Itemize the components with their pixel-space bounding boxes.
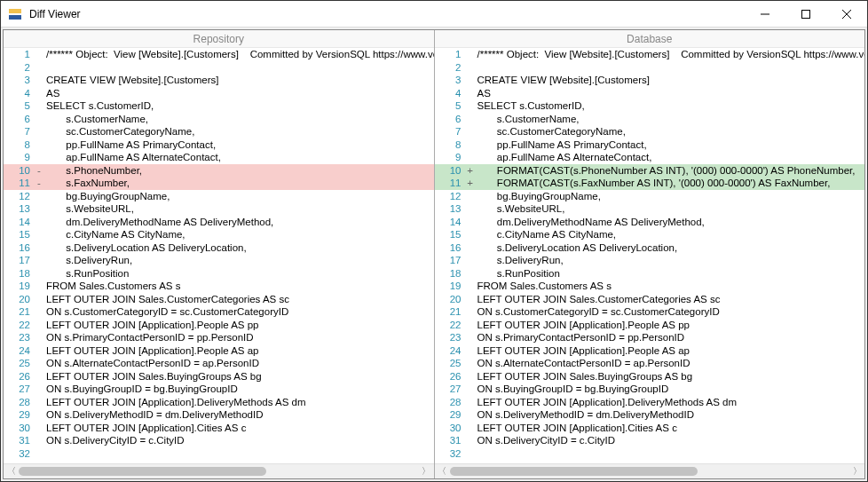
line-text: ON s.CustomerCategoryID = sc.CustomerCat… <box>44 305 434 319</box>
code-line[interactable]: 24LEFT OUTER JOIN [Application].People A… <box>435 344 865 358</box>
code-line[interactable]: 12 bg.BuyingGroupName, <box>435 190 865 203</box>
code-line[interactable]: 23ON s.PrimaryContactPersonID = pp.Perso… <box>4 331 434 344</box>
code-line[interactable]: 10- s.PhoneNumber, <box>4 164 434 178</box>
code-line[interactable]: 4AS <box>4 87 434 100</box>
code-line[interactable]: 10+ FORMAT(CAST(s.PhoneNumber AS INT), '… <box>435 164 865 178</box>
code-line[interactable]: 15 c.CityName AS CityName, <box>435 228 865 241</box>
code-line[interactable]: 11- s.FaxNumber, <box>4 177 434 190</box>
line-text: LEFT OUTER JOIN Sales.CustomerCategories… <box>44 293 434 306</box>
scroll-right-icon[interactable]: 〉 <box>419 464 434 479</box>
code-line[interactable]: 3CREATE VIEW [Website].[Customers] <box>435 74 865 87</box>
code-line[interactable]: 25ON s.AlternateContactPersonID = ap.Per… <box>435 357 865 370</box>
scroll-track[interactable] <box>19 464 419 479</box>
code-line[interactable]: 2 <box>4 61 434 75</box>
left-horizontal-scrollbar[interactable]: 〈 〉 <box>4 463 434 478</box>
diff-marker: - <box>34 164 44 178</box>
code-line[interactable]: 15 c.CityName AS CityName, <box>4 228 434 241</box>
code-line[interactable]: 3CREATE VIEW [Website].[Customers] <box>4 74 434 87</box>
code-line[interactable]: 31ON s.DeliveryCityID = c.CityID <box>435 434 865 447</box>
line-number: 16 <box>435 241 465 255</box>
code-line[interactable]: 23ON s.PrimaryContactPersonID = pp.Perso… <box>435 331 865 344</box>
code-line[interactable]: 27ON s.BuyingGroupID = bg.BuyingGroupID <box>4 383 434 396</box>
code-line[interactable]: 7 sc.CustomerCategoryName, <box>435 125 865 138</box>
code-line[interactable]: 6 s.CustomerName, <box>4 113 434 126</box>
code-line[interactable]: 2 <box>435 61 865 75</box>
scroll-thumb[interactable] <box>450 467 698 476</box>
code-line[interactable]: 4AS <box>435 87 865 100</box>
code-line[interactable]: 28LEFT OUTER JOIN [Application].Delivery… <box>435 396 865 409</box>
code-line[interactable]: 18 s.RunPosition <box>435 267 865 281</box>
code-line[interactable]: 24LEFT OUTER JOIN [Application].People A… <box>4 344 434 358</box>
code-line[interactable]: 29ON s.DeliveryMethodID = dm.DeliveryMet… <box>435 408 865 422</box>
code-line[interactable]: 21ON s.CustomerCategoryID = sc.CustomerC… <box>435 305 865 319</box>
scroll-right-icon[interactable]: 〉 <box>849 464 864 479</box>
scroll-left-icon[interactable]: 〈 <box>4 464 19 479</box>
maximize-button[interactable] <box>785 1 826 28</box>
code-line[interactable]: 8 pp.FullName AS PrimaryContact, <box>4 138 434 152</box>
code-line[interactable]: 6 s.CustomerName, <box>435 113 865 126</box>
code-line[interactable]: 5SELECT s.CustomerID, <box>4 99 434 113</box>
code-line[interactable]: 13 s.WebsiteURL, <box>4 202 434 216</box>
code-line[interactable]: 9 ap.FullName AS AlternateContact, <box>4 151 434 164</box>
line-number: 21 <box>435 305 465 319</box>
code-line[interactable]: 27ON s.BuyingGroupID = bg.BuyingGroupID <box>435 383 865 396</box>
code-line[interactable]: 17 s.DeliveryRun, <box>435 254 865 267</box>
code-line[interactable]: 1/****** Object: View [Website].[Custome… <box>4 48 434 61</box>
code-line[interactable]: 14 dm.DeliveryMethodName AS DeliveryMeth… <box>435 216 865 229</box>
code-line[interactable]: 1/****** Object: View [Website].[Custome… <box>435 48 865 61</box>
line-text: bg.BuyingGroupName, <box>44 190 434 203</box>
diff-marker <box>34 190 44 203</box>
code-line[interactable]: 14 dm.DeliveryMethodName AS DeliveryMeth… <box>4 216 434 229</box>
code-line[interactable]: 21ON s.CustomerCategoryID = sc.CustomerC… <box>4 305 434 319</box>
code-line[interactable]: 12 bg.BuyingGroupName, <box>4 190 434 203</box>
scroll-thumb[interactable] <box>19 467 266 476</box>
diff-marker <box>34 61 44 75</box>
close-button[interactable] <box>826 1 867 28</box>
code-line[interactable]: 7 sc.CustomerCategoryName, <box>4 125 434 138</box>
left-code-area[interactable]: 1/****** Object: View [Website].[Custome… <box>4 48 434 463</box>
line-text: s.FaxNumber, <box>44 177 434 190</box>
code-line[interactable]: 29ON s.DeliveryMethodID = dm.DeliveryMet… <box>4 408 434 422</box>
right-code-area[interactable]: 1/****** Object: View [Website].[Custome… <box>435 48 865 463</box>
code-line[interactable]: 19FROM Sales.Customers AS s <box>4 280 434 293</box>
code-line[interactable]: 18 s.RunPosition <box>4 267 434 281</box>
scroll-track[interactable] <box>450 464 850 479</box>
code-line[interactable]: 32 <box>435 447 865 461</box>
code-line[interactable]: 30LEFT OUTER JOIN [Application].Cities A… <box>435 422 865 435</box>
code-line[interactable]: 22LEFT OUTER JOIN [Application].People A… <box>435 319 865 332</box>
code-line[interactable]: 9 ap.FullName AS AlternateContact, <box>435 151 865 164</box>
code-line[interactable]: 26LEFT OUTER JOIN Sales.BuyingGroups AS … <box>435 370 865 383</box>
code-line[interactable]: 19FROM Sales.Customers AS s <box>435 280 865 293</box>
scroll-left-icon[interactable]: 〈 <box>435 464 450 479</box>
line-number: 18 <box>435 267 465 281</box>
line-text: s.PhoneNumber, <box>44 164 434 178</box>
code-line[interactable]: 20LEFT OUTER JOIN Sales.CustomerCategori… <box>435 293 865 306</box>
code-line[interactable]: 16 s.DeliveryLocation AS DeliveryLocatio… <box>4 241 434 255</box>
diff-marker <box>34 151 44 164</box>
titlebar[interactable]: Diff Viewer <box>1 1 867 28</box>
line-number: 10 <box>435 164 465 178</box>
code-line[interactable]: 26LEFT OUTER JOIN Sales.BuyingGroups AS … <box>4 370 434 383</box>
line-number: 23 <box>4 331 34 344</box>
code-line[interactable]: 31ON s.DeliveryCityID = c.CityID <box>4 434 434 447</box>
code-line[interactable]: 30LEFT OUTER JOIN [Application].Cities A… <box>4 422 434 435</box>
code-line[interactable]: 16 s.DeliveryLocation AS DeliveryLocatio… <box>435 241 865 255</box>
code-line[interactable]: 5SELECT s.CustomerID, <box>435 99 865 113</box>
code-line[interactable]: 28LEFT OUTER JOIN [Application].Delivery… <box>4 396 434 409</box>
code-line[interactable]: 20LEFT OUTER JOIN Sales.CustomerCategori… <box>4 293 434 306</box>
line-text: s.CustomerName, <box>44 113 434 126</box>
right-horizontal-scrollbar[interactable]: 〈 〉 <box>435 463 865 478</box>
code-line[interactable]: 25ON s.AlternateContactPersonID = ap.Per… <box>4 357 434 370</box>
line-text: c.CityName AS CityName, <box>476 228 865 241</box>
diff-marker <box>465 370 476 383</box>
line-text: c.CityName AS CityName, <box>44 228 434 241</box>
line-number: 20 <box>435 293 465 306</box>
code-line[interactable]: 22LEFT OUTER JOIN [Application].People A… <box>4 319 434 332</box>
code-line[interactable]: 32 <box>4 447 434 461</box>
code-line[interactable]: 13 s.WebsiteURL, <box>435 202 865 216</box>
minimize-button[interactable] <box>745 1 785 28</box>
code-line[interactable]: 11+ FORMAT(CAST(s.FaxNumber AS INT), '(0… <box>435 177 865 190</box>
line-text: LEFT OUTER JOIN [Application].Cities AS … <box>44 422 434 435</box>
code-line[interactable]: 8 pp.FullName AS PrimaryContact, <box>435 138 865 152</box>
code-line[interactable]: 17 s.DeliveryRun, <box>4 254 434 267</box>
